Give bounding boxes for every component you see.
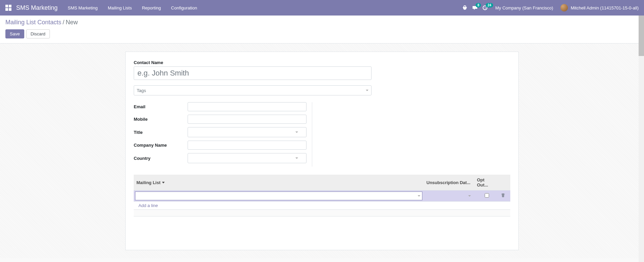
email-label: Email (134, 104, 188, 109)
table-row-editing (134, 191, 510, 202)
form-column-left: Email Mobile Title Company Name (134, 102, 312, 167)
discard-button[interactable]: Discard (26, 29, 50, 38)
company-selector[interactable]: My Company (San Francisco) (495, 5, 553, 10)
unsub-date-cell-dropdown[interactable] (425, 192, 473, 200)
field-row-title: Title (134, 127, 307, 137)
control-panel: Mailing List Contacts / New Save Discard (0, 16, 644, 43)
table-footer-spacer (134, 210, 510, 216)
nav-menu-sms-marketing[interactable]: SMS Marketing (68, 5, 98, 10)
country-label: Country (134, 156, 188, 161)
company-name-label: Company Name (134, 143, 188, 148)
messages-icon[interactable]: 8 (472, 5, 478, 10)
title-select[interactable] (188, 127, 307, 137)
svg-rect-1 (9, 5, 11, 7)
mailing-list-table: Mailing List Unsubscription Dat... Opt O… (134, 175, 510, 216)
th-mailing-list[interactable]: Mailing List (134, 175, 424, 191)
company-name-input[interactable] (188, 141, 307, 150)
nav-menu: SMS Marketing Mailing Lists Reporting Co… (68, 5, 197, 10)
tags-field[interactable]: Tags (134, 85, 372, 95)
add-line-link[interactable]: Add a line (136, 200, 161, 211)
contact-name-input[interactable] (134, 66, 372, 80)
th-actions (500, 175, 510, 191)
nav-menu-mailing-lists[interactable]: Mailing Lists (108, 5, 132, 10)
save-button[interactable]: Save (5, 29, 24, 38)
field-row-mobile: Mobile (134, 115, 307, 124)
tags-placeholder: Tags (137, 88, 146, 93)
field-row-email: Email (134, 102, 307, 111)
field-row-company-name: Company Name (134, 141, 307, 150)
breadcrumb-current: New (66, 19, 78, 26)
title-label: Title (134, 130, 188, 135)
app-brand[interactable]: SMS Marketing (16, 4, 58, 11)
scroll-thumb[interactable] (639, 16, 644, 56)
delete-row-icon[interactable] (501, 194, 505, 199)
th-unsubscription-date[interactable]: Unsubscription Dat... (424, 175, 474, 191)
nav-menu-reporting[interactable]: Reporting (142, 5, 161, 10)
nav-right: 8 24 My Company (San Francisco) Mitchell… (462, 4, 639, 11)
email-input[interactable] (188, 102, 307, 111)
mailing-list-cell-input[interactable] (135, 192, 422, 200)
opt-out-checkbox[interactable] (485, 193, 489, 198)
control-buttons: Save Discard (5, 29, 639, 38)
th-opt-out[interactable]: Opt Out... (474, 175, 500, 191)
activities-badge: 24 (486, 3, 493, 7)
table-row-add: Add a line (134, 202, 510, 210)
apps-icon[interactable] (5, 5, 11, 11)
user-name: Mitchell Admin (11415701-15-0-all) (571, 5, 639, 10)
th-mailing-list-label: Mailing List (136, 180, 161, 185)
chevron-down-icon (295, 132, 298, 133)
mailing-list-cell-dropdown[interactable] (135, 192, 422, 200)
chevron-down-icon (366, 90, 368, 91)
contact-name-label: Contact Name (134, 60, 510, 65)
country-select[interactable] (188, 153, 307, 163)
nav-menu-configuration[interactable]: Configuration (171, 5, 197, 10)
svg-rect-2 (5, 8, 8, 11)
mobile-label: Mobile (134, 117, 188, 122)
debug-icon[interactable] (462, 5, 468, 10)
user-menu[interactable]: Mitchell Admin (11415701-15-0-all) (560, 4, 639, 11)
form-container: Contact Name Tags Email Mobile Title (0, 43, 644, 258)
mobile-input[interactable] (188, 115, 307, 124)
breadcrumb-separator: / (63, 19, 64, 26)
svg-rect-0 (5, 5, 8, 7)
chevron-down-icon (418, 195, 420, 197)
scrollbar[interactable] (639, 16, 644, 258)
breadcrumb-parent[interactable]: Mailing List Contacts (5, 19, 61, 26)
avatar (560, 4, 568, 11)
chevron-down-icon (468, 195, 471, 197)
breadcrumb: Mailing List Contacts / New (5, 19, 639, 26)
top-navbar: SMS Marketing SMS Marketing Mailing List… (0, 0, 644, 16)
chevron-down-icon (295, 157, 298, 159)
form-group: Email Mobile Title Company Name (134, 102, 510, 167)
sort-caret-icon (162, 182, 165, 183)
activities-icon[interactable]: 24 (482, 5, 488, 10)
svg-rect-3 (9, 8, 11, 11)
field-row-country: Country (134, 153, 307, 163)
form-sheet: Contact Name Tags Email Mobile Title (125, 52, 519, 250)
messages-badge: 8 (476, 3, 481, 7)
